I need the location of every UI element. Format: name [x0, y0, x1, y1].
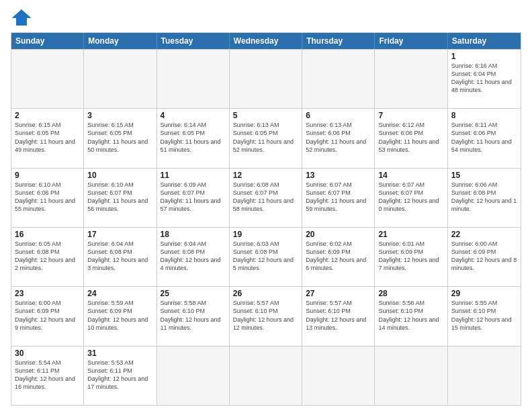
day-number: 10: [87, 171, 152, 180]
calendar-cell: 31Sunrise: 5:53 AM Sunset: 6:11 PM Dayli…: [84, 347, 157, 405]
day-info: Sunrise: 5:59 AM Sunset: 6:09 PM Dayligh…: [87, 299, 152, 332]
calendar-cell: 22Sunrise: 6:00 AM Sunset: 6:09 PM Dayli…: [448, 228, 521, 286]
day-info: Sunrise: 6:08 AM Sunset: 6:07 PM Dayligh…: [233, 181, 298, 214]
calendar-cell: [302, 347, 375, 405]
weekday-header: Thursday: [302, 33, 375, 49]
day-number: 17: [87, 230, 152, 239]
day-info: Sunrise: 5:54 AM Sunset: 6:11 PM Dayligh…: [15, 359, 80, 392]
calendar-cell: [230, 347, 302, 405]
calendar-cell: 13Sunrise: 6:07 AM Sunset: 6:07 PM Dayli…: [302, 169, 375, 227]
calendar: SundayMondayTuesdayWednesdayThursdayFrid…: [11, 32, 521, 406]
calendar-cell: 9Sunrise: 6:10 AM Sunset: 6:06 PM Daylig…: [11, 169, 84, 227]
calendar-row: 2Sunrise: 6:15 AM Sunset: 6:05 PM Daylig…: [11, 108, 521, 167]
calendar-cell: 11Sunrise: 6:09 AM Sunset: 6:07 PM Dayli…: [157, 169, 230, 227]
day-number: 25: [161, 289, 226, 298]
calendar-cell: [230, 50, 302, 108]
calendar-cell: [375, 347, 447, 405]
calendar-cell: 1Sunrise: 6:16 AM Sunset: 6:04 PM Daylig…: [448, 50, 521, 108]
calendar-cell: 3Sunrise: 6:15 AM Sunset: 6:05 PM Daylig…: [84, 109, 157, 167]
day-info: Sunrise: 6:15 AM Sunset: 6:05 PM Dayligh…: [15, 121, 80, 154]
day-info: Sunrise: 6:07 AM Sunset: 6:07 PM Dayligh…: [378, 181, 443, 214]
calendar-cell: 7Sunrise: 6:12 AM Sunset: 6:06 PM Daylig…: [375, 109, 447, 167]
day-info: Sunrise: 6:01 AM Sunset: 6:09 PM Dayligh…: [378, 240, 443, 273]
calendar-cell: [157, 347, 230, 405]
day-number: 6: [306, 111, 371, 120]
calendar-cell: 17Sunrise: 6:04 AM Sunset: 6:08 PM Dayli…: [84, 228, 157, 286]
weekday-header: Tuesday: [157, 33, 230, 49]
calendar-cell: 15Sunrise: 6:06 AM Sunset: 6:08 PM Dayli…: [448, 169, 521, 227]
day-number: 11: [161, 171, 226, 180]
day-number: 26: [233, 289, 298, 298]
day-number: 14: [378, 171, 443, 180]
day-number: 31: [87, 349, 152, 358]
day-info: Sunrise: 6:06 AM Sunset: 6:08 PM Dayligh…: [451, 181, 517, 214]
calendar-row: 1Sunrise: 6:16 AM Sunset: 6:04 PM Daylig…: [11, 49, 521, 108]
weekday-header: Friday: [375, 33, 447, 49]
day-number: 20: [306, 230, 371, 239]
day-number: 22: [451, 230, 517, 239]
day-number: 2: [15, 111, 80, 120]
day-info: Sunrise: 6:04 AM Sunset: 6:08 PM Dayligh…: [161, 240, 226, 273]
calendar-cell: 29Sunrise: 5:55 AM Sunset: 6:10 PM Dayli…: [448, 287, 521, 345]
day-number: 18: [161, 230, 226, 239]
day-number: 29: [451, 289, 517, 298]
calendar-cell: 25Sunrise: 5:58 AM Sunset: 6:10 PM Dayli…: [157, 287, 230, 345]
calendar-cell: 20Sunrise: 6:02 AM Sunset: 6:09 PM Dayli…: [302, 228, 375, 286]
day-info: Sunrise: 6:11 AM Sunset: 6:06 PM Dayligh…: [451, 121, 517, 154]
calendar-cell: 18Sunrise: 6:04 AM Sunset: 6:08 PM Dayli…: [157, 228, 230, 286]
day-number: 3: [87, 111, 152, 120]
day-info: Sunrise: 5:56 AM Sunset: 6:10 PM Dayligh…: [378, 299, 443, 332]
day-number: 15: [451, 171, 517, 180]
calendar-body: 1Sunrise: 6:16 AM Sunset: 6:04 PM Daylig…: [11, 49, 521, 405]
calendar-cell: 6Sunrise: 6:13 AM Sunset: 6:06 PM Daylig…: [302, 109, 375, 167]
day-number: 21: [378, 230, 443, 239]
day-info: Sunrise: 6:04 AM Sunset: 6:08 PM Dayligh…: [87, 240, 152, 273]
weekday-header: Saturday: [448, 33, 521, 49]
day-number: 16: [15, 230, 80, 239]
day-info: Sunrise: 6:02 AM Sunset: 6:09 PM Dayligh…: [306, 240, 371, 273]
weekday-header: Sunday: [11, 33, 84, 49]
weekday-header: Monday: [84, 33, 157, 49]
day-info: Sunrise: 6:03 AM Sunset: 6:08 PM Dayligh…: [233, 240, 298, 273]
day-number: 9: [15, 171, 80, 180]
day-number: 4: [161, 111, 226, 120]
calendar-cell: 30Sunrise: 5:54 AM Sunset: 6:11 PM Dayli…: [11, 347, 84, 405]
day-number: 7: [378, 111, 443, 120]
day-info: Sunrise: 5:53 AM Sunset: 6:11 PM Dayligh…: [87, 359, 152, 392]
calendar-cell: 26Sunrise: 5:57 AM Sunset: 6:10 PM Dayli…: [230, 287, 302, 345]
calendar-cell: 24Sunrise: 5:59 AM Sunset: 6:09 PM Dayli…: [84, 287, 157, 345]
calendar-cell: 27Sunrise: 5:57 AM Sunset: 6:10 PM Dayli…: [302, 287, 375, 345]
calendar-cell: 5Sunrise: 6:13 AM Sunset: 6:05 PM Daylig…: [230, 109, 302, 167]
day-info: Sunrise: 6:05 AM Sunset: 6:08 PM Dayligh…: [15, 240, 80, 273]
day-info: Sunrise: 5:55 AM Sunset: 6:10 PM Dayligh…: [451, 299, 517, 332]
day-number: 30: [15, 349, 80, 358]
calendar-cell: [375, 50, 447, 108]
logo-icon: [11, 8, 32, 27]
day-info: Sunrise: 6:13 AM Sunset: 6:06 PM Dayligh…: [306, 121, 371, 154]
calendar-cell: 10Sunrise: 6:10 AM Sunset: 6:07 PM Dayli…: [84, 169, 157, 227]
calendar-cell: [11, 50, 84, 108]
calendar-cell: 4Sunrise: 6:14 AM Sunset: 6:05 PM Daylig…: [157, 109, 230, 167]
page: SundayMondayTuesdayWednesdayThursdayFrid…: [0, 0, 532, 411]
calendar-cell: 16Sunrise: 6:05 AM Sunset: 6:08 PM Dayli…: [11, 228, 84, 286]
day-info: Sunrise: 6:10 AM Sunset: 6:07 PM Dayligh…: [87, 181, 152, 214]
calendar-row: 23Sunrise: 6:00 AM Sunset: 6:09 PM Dayli…: [11, 286, 521, 345]
calendar-cell: [302, 50, 375, 108]
day-info: Sunrise: 6:10 AM Sunset: 6:06 PM Dayligh…: [15, 181, 80, 214]
day-info: Sunrise: 6:15 AM Sunset: 6:05 PM Dayligh…: [87, 121, 152, 154]
day-info: Sunrise: 5:58 AM Sunset: 6:10 PM Dayligh…: [161, 299, 226, 332]
day-info: Sunrise: 6:14 AM Sunset: 6:05 PM Dayligh…: [161, 121, 226, 154]
day-info: Sunrise: 6:13 AM Sunset: 6:05 PM Dayligh…: [233, 121, 298, 154]
day-info: Sunrise: 5:57 AM Sunset: 6:10 PM Dayligh…: [306, 299, 371, 332]
day-info: Sunrise: 6:07 AM Sunset: 6:07 PM Dayligh…: [306, 181, 371, 214]
calendar-cell: 2Sunrise: 6:15 AM Sunset: 6:05 PM Daylig…: [11, 109, 84, 167]
logo: [11, 8, 35, 27]
day-info: Sunrise: 6:12 AM Sunset: 6:06 PM Dayligh…: [378, 121, 443, 154]
day-number: 1: [451, 52, 517, 61]
calendar-cell: 21Sunrise: 6:01 AM Sunset: 6:09 PM Dayli…: [375, 228, 447, 286]
day-number: 19: [233, 230, 298, 239]
calendar-cell: 8Sunrise: 6:11 AM Sunset: 6:06 PM Daylig…: [448, 109, 521, 167]
day-number: 28: [378, 289, 443, 298]
calendar-row: 9Sunrise: 6:10 AM Sunset: 6:06 PM Daylig…: [11, 168, 521, 227]
calendar-cell: [157, 50, 230, 108]
